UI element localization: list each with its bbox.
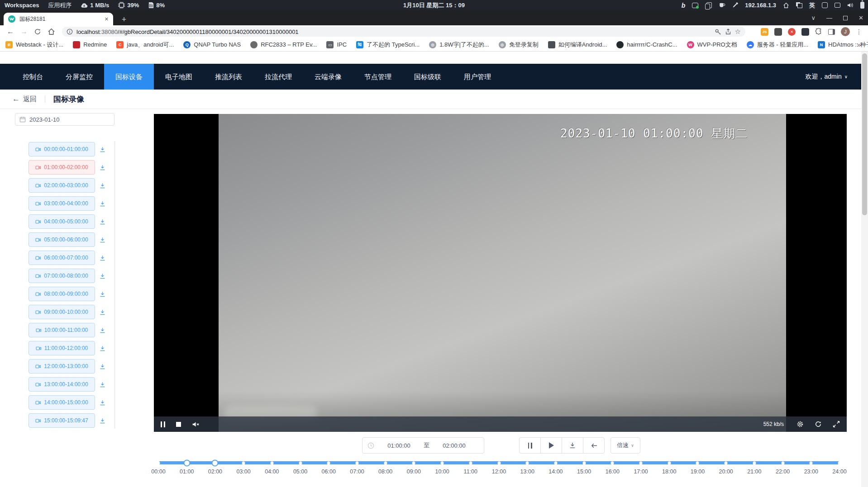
password-key-icon[interactable] [715, 28, 721, 35]
tab-close-icon[interactable]: ✕ [105, 16, 109, 22]
nav-item-3[interactable]: 国标设备 [104, 64, 154, 90]
video-player[interactable]: 2023-01-10 01:00:00 星期二 552 kb/s [154, 114, 847, 432]
bookmark-item[interactable]: WWVP-PRO文档 [687, 41, 737, 49]
bookmark-item[interactable]: ◍1.8W字|了不起的... [429, 41, 489, 49]
share-icon[interactable] [725, 28, 731, 35]
timeline-slider[interactable] [158, 458, 839, 467]
window-maximize-icon[interactable] [843, 16, 848, 20]
profile-avatar[interactable]: J [841, 27, 850, 36]
home-icon[interactable] [783, 2, 789, 9]
tab-search-icon[interactable]: ∨ [811, 14, 816, 21]
bookmark-item[interactable]: 知了不起的 TypeScri... [356, 41, 420, 49]
volume-muted-icon[interactable] [192, 421, 200, 428]
segment-download-icon[interactable] [99, 309, 106, 316]
segment-download-icon[interactable] [99, 218, 106, 225]
recording-segment-button[interactable]: 11:00:00-12:00:00 [29, 341, 95, 355]
segment-download-icon[interactable] [99, 327, 106, 334]
nav-item-10[interactable]: 用户管理 [453, 64, 502, 90]
site-info-icon[interactable] [67, 28, 73, 35]
clock[interactable]: 1月10日 星期二 15：09 [403, 1, 465, 9]
recording-segment-button[interactable]: 10:00:00-11:00:00 [29, 323, 95, 337]
bookmarks-overflow-icon[interactable]: » [857, 41, 861, 48]
date-picker[interactable]: 2023-01-10 [15, 113, 114, 126]
start-time-value[interactable]: 01:00:00 [374, 442, 424, 449]
timeline-handle[interactable] [212, 459, 219, 466]
nav-item-7[interactable]: 云端录像 [303, 64, 353, 90]
seek-back-button[interactable] [583, 437, 605, 454]
bookmark-item[interactable]: 如何编译Android... [548, 41, 607, 49]
display-icon[interactable] [835, 3, 840, 8]
toolbar-home-icon[interactable] [44, 28, 58, 35]
segment-download-icon[interactable] [99, 345, 106, 352]
pause-button[interactable] [519, 437, 541, 454]
url-text[interactable]: localhost:38080/#/gbRecordDetail/3402000… [76, 28, 711, 35]
back-button[interactable]: ← 返回 [12, 95, 37, 104]
player-settings-icon[interactable] [796, 421, 804, 428]
recording-segment-button[interactable]: 02:00:00-03:00:00 [29, 178, 95, 193]
bookmark-item[interactable]: Cjava、android可... [116, 41, 174, 49]
bookmark-item[interactable]: ≋Webstack - 设计... [5, 41, 63, 49]
window-minimize-icon[interactable]: — [826, 14, 832, 21]
bookmark-item[interactable]: ◍免登录复制 [499, 41, 539, 49]
recording-list-scrollbar[interactable] [114, 141, 115, 429]
workspaces-button[interactable]: Workspaces [5, 2, 39, 9]
recording-segment-button[interactable]: 14:00:00-15:00:00 [29, 395, 95, 410]
coffee-icon[interactable] [719, 2, 725, 8]
segment-download-icon[interactable] [99, 399, 106, 406]
segment-download-icon[interactable] [99, 417, 106, 424]
page-scrollbar[interactable] [861, 52, 868, 487]
nav-item-1[interactable]: 控制台 [11, 64, 54, 90]
segment-download-icon[interactable] [99, 381, 106, 388]
reload-icon[interactable] [31, 28, 44, 35]
extensions-puzzle-icon[interactable] [815, 28, 822, 35]
scrollbar-thumb[interactable] [862, 53, 867, 215]
download-button[interactable] [562, 437, 583, 454]
browser-tab[interactable]: 国标28181 ✕ [4, 13, 113, 25]
back-icon[interactable]: ← [4, 28, 17, 36]
browser-b-icon[interactable]: b [682, 2, 686, 9]
browser-menu-icon[interactable]: ⋮ [856, 28, 862, 35]
nav-item-4[interactable]: 电子地图 [154, 64, 204, 90]
recording-segment-button[interactable]: 07:00:00-08:00:00 [29, 269, 95, 283]
recording-segment-button[interactable]: 15:00:00-15:09:47 [29, 413, 95, 428]
tablet-icon[interactable] [822, 2, 828, 8]
recording-segment-button[interactable]: 12:00:00-13:00:00 [29, 359, 95, 374]
extension-icon-4[interactable] [801, 28, 809, 36]
forward-icon[interactable]: → [17, 28, 31, 36]
volume-icon[interactable] [847, 2, 854, 8]
recording-segment-button[interactable]: 01:00:00-02:00:00 [29, 160, 95, 175]
segment-download-icon[interactable] [99, 182, 106, 189]
window-close-icon[interactable]: ✕ [858, 14, 863, 21]
workspace-switcher-icon[interactable] [796, 2, 802, 8]
time-range-input[interactable]: 01:00:00 至 02:00:00 [362, 437, 484, 454]
bookmark-item[interactable]: QQNAP Turbo NAS [183, 41, 241, 48]
segment-download-icon[interactable] [99, 146, 106, 153]
applications-menu[interactable]: 应用程序 [48, 1, 72, 9]
segment-download-icon[interactable] [99, 363, 106, 370]
recording-segment-button[interactable]: 06:00:00-07:00:00 [29, 251, 95, 265]
screenshot-icon[interactable] [692, 3, 698, 8]
recording-segment-button[interactable]: 05:00:00-06:00:00 [29, 232, 95, 247]
new-tab-button[interactable]: + [119, 14, 129, 25]
bookmark-star-icon[interactable]: ☆ [735, 28, 741, 36]
fullscreen-icon[interactable] [833, 421, 840, 428]
timeline-handle[interactable] [183, 459, 190, 466]
nav-item-8[interactable]: 节点管理 [353, 64, 403, 90]
ip-address[interactable]: 192.168.1.3 [745, 2, 776, 9]
recording-segment-button[interactable]: 04:00:00-05:00:00 [29, 214, 95, 229]
bookmark-item[interactable]: ☁服务器 - 轻量应用... [747, 41, 808, 49]
bookmark-item[interactable]: Redmine [73, 41, 107, 48]
nav-item-9[interactable]: 国标级联 [403, 64, 453, 90]
segment-download-icon[interactable] [99, 291, 106, 298]
extension-icon-2[interactable] [774, 28, 782, 36]
user-menu[interactable]: 欢迎，admin ∨ [806, 73, 848, 81]
play-button[interactable] [540, 437, 562, 454]
color-picker-icon[interactable] [732, 2, 738, 8]
recording-segment-button[interactable]: 00:00:00-01:00:00 [29, 142, 95, 156]
end-time-value[interactable]: 02:00:00 [429, 442, 479, 449]
clipboard-icon[interactable] [706, 2, 712, 8]
player-stop-icon[interactable] [176, 422, 181, 427]
bookmark-item[interactable]: RFC2833 – RTP Ev... [250, 41, 317, 48]
bookmark-item[interactable]: ▭IPC [326, 41, 347, 48]
adblock-extension-icon[interactable]: ✕ [788, 28, 796, 36]
